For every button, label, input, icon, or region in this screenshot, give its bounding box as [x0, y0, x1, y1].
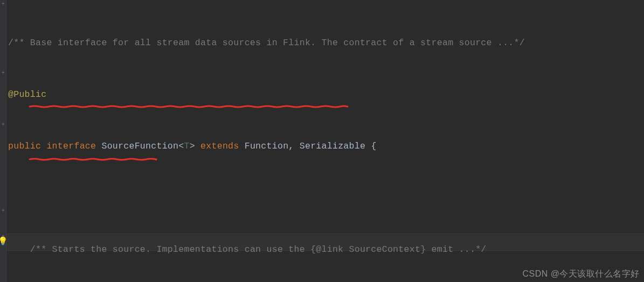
- block-comment: /** Starts the source. Implementations c…: [30, 244, 487, 255]
- block-comment: /** Base interface for all stream data s…: [8, 38, 525, 48]
- keyword: interface: [46, 141, 101, 151]
- fold-toggle-icon[interactable]: +: [1, 122, 6, 128]
- punct: >: [190, 141, 200, 151]
- fold-toggle-icon[interactable]: +: [1, 2, 6, 7]
- punct: <: [178, 141, 184, 151]
- watermark-text: CSDN @今天该取什么名字好: [522, 269, 640, 280]
- keyword: extends: [200, 141, 245, 151]
- code-area[interactable]: /** Base interface for all stream data s…: [8, 0, 644, 282]
- code-line[interactable]: [8, 189, 644, 207]
- type-name: Serializable: [300, 141, 371, 151]
- type-name: SourceFunction: [101, 141, 178, 151]
- type-name: Function: [245, 141, 289, 151]
- generic-param: T: [184, 141, 189, 151]
- fold-toggle-icon[interactable]: +: [1, 208, 6, 214]
- punct: ,: [288, 141, 299, 151]
- brace: {: [371, 141, 376, 151]
- code-line[interactable]: /** Starts the source. Implementations c…: [8, 241, 644, 258]
- code-line[interactable]: @Public: [8, 86, 644, 103]
- code-line[interactable]: /** Base interface for all stream data s…: [8, 34, 644, 52]
- code-line[interactable]: public interface SourceFunction<T> exten…: [8, 138, 644, 155]
- annotation: @Public: [8, 89, 46, 100]
- fold-toggle-icon[interactable]: +: [1, 70, 6, 76]
- keyword: public: [8, 141, 46, 151]
